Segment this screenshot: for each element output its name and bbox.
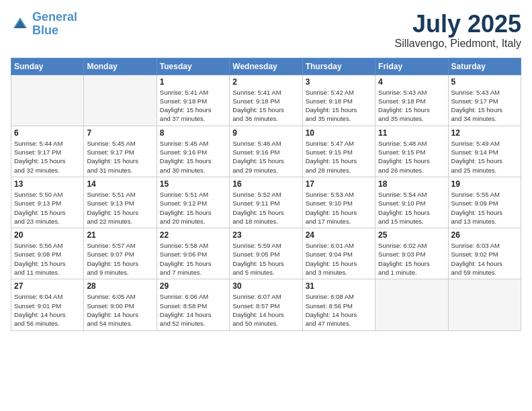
day-info: Sunrise: 6:05 AM Sunset: 9:00 PM Dayligh… bbox=[87, 292, 153, 328]
day-number: 21 bbox=[87, 230, 153, 240]
logo-line2: Blue bbox=[32, 24, 58, 37]
calendar-week-row: 1Sunrise: 5:41 AM Sunset: 9:18 PM Daylig… bbox=[11, 75, 521, 126]
month-title: July 2025 bbox=[394, 11, 521, 38]
day-number: 29 bbox=[160, 281, 226, 291]
calendar-cell: 25Sunrise: 6:02 AM Sunset: 9:03 PM Dayli… bbox=[375, 228, 448, 279]
day-info: Sunrise: 5:42 AM Sunset: 9:18 PM Dayligh… bbox=[306, 88, 372, 124]
calendar-cell: 2Sunrise: 5:41 AM Sunset: 9:18 PM Daylig… bbox=[230, 75, 302, 126]
day-info: Sunrise: 5:53 AM Sunset: 9:10 PM Dayligh… bbox=[306, 190, 372, 226]
calendar-cell: 22Sunrise: 5:58 AM Sunset: 9:06 PM Dayli… bbox=[157, 228, 229, 279]
day-info: Sunrise: 5:48 AM Sunset: 9:15 PM Dayligh… bbox=[378, 139, 445, 175]
day-info: Sunrise: 5:41 AM Sunset: 9:18 PM Dayligh… bbox=[232, 88, 299, 124]
day-info: Sunrise: 5:44 AM Sunset: 9:17 PM Dayligh… bbox=[14, 139, 81, 175]
calendar-cell: 3Sunrise: 5:42 AM Sunset: 9:18 PM Daylig… bbox=[302, 75, 375, 126]
logo-text: General Blue bbox=[32, 11, 77, 38]
day-number: 5 bbox=[451, 77, 518, 87]
day-info: Sunrise: 6:01 AM Sunset: 9:04 PM Dayligh… bbox=[306, 241, 372, 277]
header: General Blue July 2025 Sillavengo, Piedm… bbox=[11, 11, 521, 50]
day-number: 10 bbox=[306, 128, 372, 138]
day-info: Sunrise: 5:58 AM Sunset: 9:06 PM Dayligh… bbox=[160, 241, 226, 277]
calendar-cell: 30Sunrise: 6:07 AM Sunset: 8:57 PM Dayli… bbox=[230, 279, 302, 330]
day-number: 2 bbox=[232, 77, 299, 87]
calendar-cell: 7Sunrise: 5:45 AM Sunset: 9:17 PM Daylig… bbox=[84, 126, 157, 177]
day-number: 6 bbox=[14, 128, 81, 138]
day-info: Sunrise: 5:52 AM Sunset: 9:11 PM Dayligh… bbox=[232, 190, 299, 226]
calendar-cell: 23Sunrise: 5:59 AM Sunset: 9:05 PM Dayli… bbox=[230, 228, 302, 279]
calendar-cell: 5Sunrise: 5:43 AM Sunset: 9:17 PM Daylig… bbox=[448, 75, 521, 126]
day-info: Sunrise: 6:03 AM Sunset: 9:02 PM Dayligh… bbox=[451, 241, 518, 277]
day-info: Sunrise: 6:08 AM Sunset: 8:56 PM Dayligh… bbox=[306, 292, 372, 328]
calendar-cell: 6Sunrise: 5:44 AM Sunset: 9:17 PM Daylig… bbox=[11, 126, 84, 177]
weekday-header: Friday bbox=[375, 58, 448, 75]
calendar-cell: 31Sunrise: 6:08 AM Sunset: 8:56 PM Dayli… bbox=[302, 279, 375, 330]
day-number: 7 bbox=[87, 128, 153, 138]
day-info: Sunrise: 5:57 AM Sunset: 9:07 PM Dayligh… bbox=[87, 241, 153, 277]
calendar-cell: 12Sunrise: 5:49 AM Sunset: 9:14 PM Dayli… bbox=[448, 126, 521, 177]
calendar-header-row: SundayMondayTuesdayWednesdayThursdayFrid… bbox=[11, 58, 521, 75]
weekday-header: Thursday bbox=[302, 58, 375, 75]
calendar-cell bbox=[84, 75, 157, 126]
logo-line1: General bbox=[32, 10, 77, 24]
weekday-header: Monday bbox=[84, 58, 157, 75]
calendar-cell: 4Sunrise: 5:43 AM Sunset: 9:18 PM Daylig… bbox=[375, 75, 448, 126]
day-number: 30 bbox=[232, 281, 299, 291]
day-info: Sunrise: 5:45 AM Sunset: 9:17 PM Dayligh… bbox=[87, 139, 153, 175]
day-number: 8 bbox=[160, 128, 226, 138]
day-info: Sunrise: 5:43 AM Sunset: 9:17 PM Dayligh… bbox=[451, 88, 518, 124]
calendar-cell bbox=[448, 279, 521, 330]
day-info: Sunrise: 5:49 AM Sunset: 9:14 PM Dayligh… bbox=[451, 139, 518, 175]
title-block: July 2025 Sillavengo, Piedmont, Italy bbox=[394, 11, 521, 50]
calendar-cell: 17Sunrise: 5:53 AM Sunset: 9:10 PM Dayli… bbox=[302, 177, 375, 228]
calendar-cell: 9Sunrise: 5:46 AM Sunset: 9:16 PM Daylig… bbox=[230, 126, 302, 177]
calendar-cell: 18Sunrise: 5:54 AM Sunset: 9:10 PM Dayli… bbox=[375, 177, 448, 228]
day-number: 24 bbox=[306, 230, 372, 240]
calendar-cell: 20Sunrise: 5:56 AM Sunset: 9:08 PM Dayli… bbox=[11, 228, 84, 279]
day-number: 16 bbox=[232, 179, 299, 189]
day-info: Sunrise: 5:51 AM Sunset: 9:12 PM Dayligh… bbox=[160, 190, 226, 226]
calendar-cell: 11Sunrise: 5:48 AM Sunset: 9:15 PM Dayli… bbox=[375, 126, 448, 177]
day-number: 20 bbox=[14, 230, 81, 240]
day-info: Sunrise: 6:04 AM Sunset: 9:01 PM Dayligh… bbox=[14, 292, 81, 328]
logo-icon bbox=[11, 15, 30, 34]
day-info: Sunrise: 6:02 AM Sunset: 9:03 PM Dayligh… bbox=[378, 241, 445, 277]
day-info: Sunrise: 5:47 AM Sunset: 9:15 PM Dayligh… bbox=[306, 139, 372, 175]
day-number: 13 bbox=[14, 179, 81, 189]
day-number: 31 bbox=[306, 281, 372, 291]
day-number: 4 bbox=[378, 77, 445, 87]
day-info: Sunrise: 5:55 AM Sunset: 9:09 PM Dayligh… bbox=[451, 190, 518, 226]
weekday-header: Sunday bbox=[11, 58, 84, 75]
calendar-cell: 16Sunrise: 5:52 AM Sunset: 9:11 PM Dayli… bbox=[230, 177, 302, 228]
weekday-header: Saturday bbox=[448, 58, 521, 75]
day-info: Sunrise: 6:07 AM Sunset: 8:57 PM Dayligh… bbox=[232, 292, 299, 328]
day-number: 28 bbox=[87, 281, 153, 291]
weekday-header: Wednesday bbox=[230, 58, 302, 75]
calendar-week-row: 13Sunrise: 5:50 AM Sunset: 9:13 PM Dayli… bbox=[11, 177, 521, 228]
calendar-cell: 27Sunrise: 6:04 AM Sunset: 9:01 PM Dayli… bbox=[11, 279, 84, 330]
calendar-week-row: 20Sunrise: 5:56 AM Sunset: 9:08 PM Dayli… bbox=[11, 228, 521, 279]
day-info: Sunrise: 5:41 AM Sunset: 9:18 PM Dayligh… bbox=[160, 88, 226, 124]
weekday-header: Tuesday bbox=[157, 58, 229, 75]
day-info: Sunrise: 5:56 AM Sunset: 9:08 PM Dayligh… bbox=[14, 241, 81, 277]
day-number: 15 bbox=[160, 179, 226, 189]
day-number: 27 bbox=[14, 281, 81, 291]
day-number: 25 bbox=[378, 230, 445, 240]
calendar-week-row: 27Sunrise: 6:04 AM Sunset: 9:01 PM Dayli… bbox=[11, 279, 521, 330]
day-number: 18 bbox=[378, 179, 445, 189]
calendar-cell: 26Sunrise: 6:03 AM Sunset: 9:02 PM Dayli… bbox=[448, 228, 521, 279]
day-info: Sunrise: 5:46 AM Sunset: 9:16 PM Dayligh… bbox=[232, 139, 299, 175]
day-info: Sunrise: 5:54 AM Sunset: 9:10 PM Dayligh… bbox=[378, 190, 445, 226]
calendar-cell: 14Sunrise: 5:51 AM Sunset: 9:13 PM Dayli… bbox=[84, 177, 157, 228]
day-number: 11 bbox=[378, 128, 445, 138]
page: General Blue July 2025 Sillavengo, Piedm… bbox=[0, 0, 532, 342]
calendar: SundayMondayTuesdayWednesdayThursdayFrid… bbox=[11, 58, 521, 331]
calendar-cell: 8Sunrise: 5:45 AM Sunset: 9:16 PM Daylig… bbox=[157, 126, 229, 177]
calendar-cell bbox=[375, 279, 448, 330]
day-info: Sunrise: 5:43 AM Sunset: 9:18 PM Dayligh… bbox=[378, 88, 445, 124]
day-info: Sunrise: 6:06 AM Sunset: 8:58 PM Dayligh… bbox=[160, 292, 226, 328]
day-info: Sunrise: 5:50 AM Sunset: 9:13 PM Dayligh… bbox=[14, 190, 81, 226]
day-number: 26 bbox=[451, 230, 518, 240]
day-number: 12 bbox=[451, 128, 518, 138]
calendar-cell: 28Sunrise: 6:05 AM Sunset: 9:00 PM Dayli… bbox=[84, 279, 157, 330]
day-number: 9 bbox=[232, 128, 299, 138]
location: Sillavengo, Piedmont, Italy bbox=[394, 38, 521, 50]
